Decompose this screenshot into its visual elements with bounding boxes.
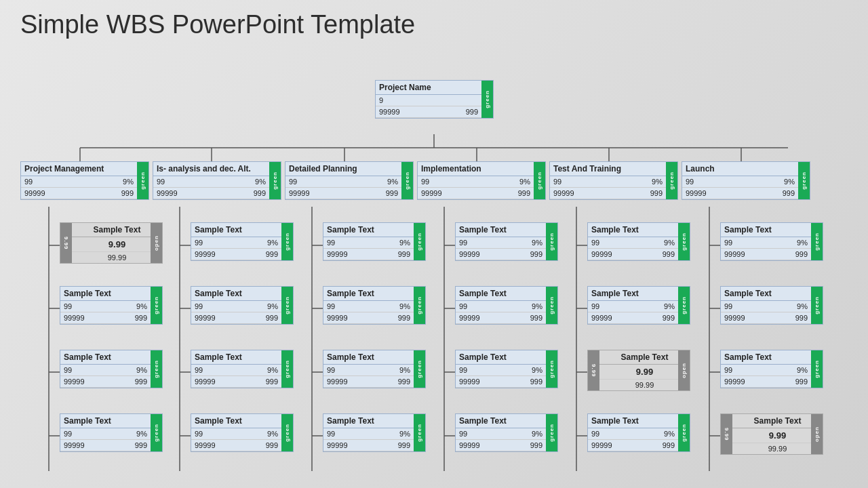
col3-child3: Sample Text 999% 99999999 green (323, 350, 426, 388)
col2-child4: Sample Text 999% 99999999 green (191, 413, 294, 452)
col1-tab: green (137, 162, 149, 199)
root-node: Project Name 9 99999 999 green (375, 80, 494, 119)
col5-child3: 9.99 Sample Text 9.99 99.99 open (587, 350, 690, 391)
col4-child3: Sample Text 999% 99999999 green (455, 350, 558, 388)
col5-child1: Sample Text 999% 99999999 green (587, 222, 690, 261)
root-row2-left: 99999 (379, 108, 400, 116)
col2-level1: Is- analysis and dec. Alt. 999% 99999999… (153, 161, 281, 200)
root-row2-right: 999 (466, 108, 478, 116)
col2-child1: Sample Text 999% 99999999 green (191, 222, 294, 261)
col6-level1: Launch 999% 99999999 green (682, 161, 810, 200)
col3-level1: Detailed Planning 999% 99999999 green (285, 161, 414, 200)
col2-child3: Sample Text 999% 99999999 green (191, 350, 294, 388)
col6-child2: Sample Text 999% 99999999 green (720, 286, 823, 325)
col3-child2: Sample Text 999% 99999999 green (323, 286, 426, 325)
col6-child3: Sample Text 999% 99999999 green (720, 350, 823, 388)
root-row1-left: 9 (379, 96, 383, 104)
col5-child2: Sample Text 999% 99999999 green (587, 286, 690, 325)
col6-child4: 9.99 Sample Text 9.99 99.99 open (720, 413, 823, 455)
root-green-tab: green (481, 81, 493, 118)
col3-child1: Sample Text 999% 99999999 green (323, 222, 426, 261)
col1-child3: Sample Text 999% 99999999 green (60, 350, 163, 388)
col4-level1: Implementation 999% 99999999 green (417, 161, 546, 200)
col1-child4: Sample Text 999% 99999999 green (60, 413, 163, 452)
col1-header: Project Management (21, 162, 149, 176)
col5-child4: Sample Text 999% 99999999 green (587, 413, 690, 452)
col1-child1-tab: open (151, 223, 162, 263)
col1-child1: 9.99 Sample Text 9.99 99.99 open (60, 222, 163, 264)
col6-child1: Sample Text 999% 99999999 green (720, 222, 823, 261)
col4-child2: Sample Text 999% 99999999 green (455, 286, 558, 325)
col1-child2: Sample Text 999% 99999999 green (60, 286, 163, 325)
col2-child2: Sample Text 999% 99999999 green (191, 286, 294, 325)
col5-level1: Test And Training 999% 99999999 green (549, 161, 678, 200)
col3-child4: Sample Text 999% 99999999 green (323, 413, 426, 452)
col1-level1: Project Management 99 9% 99999 999 green (20, 161, 149, 200)
col4-child4: Sample Text 999% 99999999 green (455, 413, 558, 452)
page-title: Simple WBS PowerPoint Template (20, 10, 415, 39)
root-header: Project Name (376, 81, 493, 95)
col4-child1: Sample Text 999% 99999999 green (455, 222, 558, 261)
